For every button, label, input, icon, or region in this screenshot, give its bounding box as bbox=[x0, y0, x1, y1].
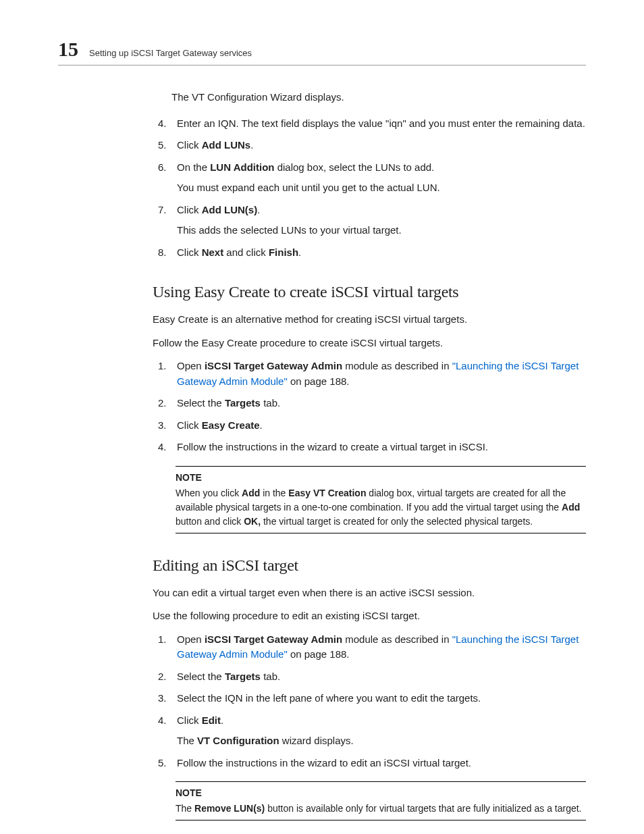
ui-label: Targets bbox=[225, 671, 261, 682]
step-num: 1. bbox=[158, 632, 177, 662]
step-text: module as described in bbox=[342, 633, 452, 645]
step-6: 6. On the LUN Addition dialog box, selec… bbox=[158, 160, 586, 196]
step-num: 7. bbox=[158, 203, 177, 238]
step-text: Enter an IQN. The text field displays th… bbox=[177, 118, 585, 129]
step-num: 5. bbox=[158, 756, 177, 771]
step-text: tab. bbox=[261, 671, 280, 682]
step-subtext: You must expand each unit until you get … bbox=[177, 180, 586, 196]
section2-p2: Use the following procedure to edit an e… bbox=[153, 608, 586, 624]
step-4: 4. Click Edit. The VT Configuration wiza… bbox=[158, 713, 586, 749]
step-text: Click bbox=[177, 246, 202, 258]
step-text: Open bbox=[177, 360, 205, 371]
intro-text: The VT Configuration Wizard displays. bbox=[171, 90, 586, 105]
step-num: 2. bbox=[158, 669, 177, 685]
step-text: Click bbox=[177, 714, 202, 726]
ui-label: Next bbox=[202, 246, 224, 258]
ui-label: Add bbox=[562, 502, 580, 513]
page-header: 15 Setting up iSCSI Target Gateway servi… bbox=[58, 38, 586, 66]
step-text: on page 188. bbox=[288, 648, 350, 660]
step-3: 3. Select the IQN in the left pane of wh… bbox=[158, 691, 586, 706]
ui-label: Easy VT Creation bbox=[288, 488, 366, 498]
step-text: . bbox=[298, 246, 301, 258]
ui-label: Add bbox=[242, 488, 260, 498]
step-num: 4. bbox=[158, 713, 177, 749]
note-block-2: NOTE The Remove LUN(s) button is availab… bbox=[176, 781, 586, 820]
ui-label: LUN Addition bbox=[210, 161, 274, 173]
step-2: 2. Select the Targets tab. bbox=[158, 669, 586, 685]
step-text: Select the bbox=[177, 397, 225, 409]
note-text: button is available only for virtual tar… bbox=[265, 803, 581, 814]
section-heading-easy-create: Using Easy Create to create iSCSI virtua… bbox=[153, 283, 586, 301]
section2-p1: You can edit a virtual target even when … bbox=[153, 585, 586, 601]
step-1: 1. Open iSCSI Target Gateway Admin modul… bbox=[158, 359, 586, 389]
ui-label: iSCSI Target Gateway Admin bbox=[205, 633, 342, 645]
step-num: 3. bbox=[158, 691, 177, 706]
section-heading-editing: Editing an iSCSI target bbox=[153, 556, 586, 575]
section2-steps: 1. Open iSCSI Target Gateway Admin modul… bbox=[158, 632, 586, 771]
ui-label: OK, bbox=[244, 516, 261, 527]
step-3: 3. Click Easy Create. bbox=[158, 418, 586, 434]
step-text: . bbox=[257, 204, 260, 215]
step-text: and click bbox=[223, 246, 269, 258]
step-text: dialog box, select the LUNs to add. bbox=[274, 161, 434, 173]
step-num: 8. bbox=[158, 245, 177, 261]
ui-label: Remove LUN(s) bbox=[194, 803, 265, 814]
step-text: . bbox=[221, 714, 223, 726]
step-7: 7. Click Add LUN(s). This adds the selec… bbox=[158, 203, 586, 238]
step-text: Click bbox=[177, 419, 202, 431]
note-text: button and click bbox=[176, 516, 244, 527]
header-title: Setting up iSCSI Target Gateway services bbox=[89, 48, 252, 58]
step-num: 2. bbox=[158, 396, 177, 411]
step-text: . bbox=[260, 419, 263, 431]
ui-label: iSCSI Target Gateway Admin bbox=[205, 360, 342, 371]
note-text: in the bbox=[260, 488, 288, 498]
step-subtext: This adds the selected LUNs to your virt… bbox=[177, 223, 586, 238]
step-text: Click bbox=[177, 204, 202, 215]
step-text: On the bbox=[177, 161, 210, 173]
note-label: NOTE bbox=[176, 786, 586, 800]
step-2: 2. Select the Targets tab. bbox=[158, 396, 586, 411]
top-steps: 4. Enter an IQN. The text field displays… bbox=[158, 116, 586, 261]
note-label: NOTE bbox=[176, 471, 586, 485]
step-subtext: wizard displays. bbox=[279, 735, 354, 746]
page: 15 Setting up iSCSI Target Gateway servi… bbox=[0, 0, 644, 834]
step-num: 1. bbox=[158, 359, 177, 389]
chapter-number: 15 bbox=[58, 38, 78, 61]
step-text: Follow the instructions in the wizard to… bbox=[177, 757, 471, 768]
note-block-1: NOTE When you click Add in the Easy VT C… bbox=[176, 466, 586, 533]
step-num: 4. bbox=[158, 440, 177, 455]
ui-label: Add LUN(s) bbox=[202, 204, 258, 215]
step-5: 5. Click Add LUNs. bbox=[158, 138, 586, 153]
step-text: Select the bbox=[177, 671, 225, 682]
step-num: 4. bbox=[158, 116, 177, 132]
ui-label: Edit bbox=[202, 714, 221, 726]
step-text: Follow the instructions in the wizard to… bbox=[177, 441, 488, 452]
step-text: Select the IQN in the left pane of where… bbox=[177, 692, 481, 704]
step-text: on page 188. bbox=[288, 375, 350, 387]
step-text: Open bbox=[177, 633, 205, 645]
note-text: the virtual target is created for only t… bbox=[261, 516, 533, 527]
step-8: 8. Click Next and click Finish. bbox=[158, 245, 586, 261]
ui-label: Finish bbox=[269, 246, 298, 258]
step-5: 5. Follow the instructions in the wizard… bbox=[158, 756, 586, 771]
ui-label: Add LUNs bbox=[202, 139, 251, 151]
note-text: The bbox=[176, 803, 194, 814]
step-subtext: The bbox=[177, 735, 197, 746]
step-4: 4. Enter an IQN. The text field displays… bbox=[158, 116, 586, 132]
ui-label: Easy Create bbox=[202, 419, 260, 431]
section1-p1: Easy Create is an alternative method for… bbox=[153, 312, 586, 328]
section1-p2: Follow the Easy Create procedure to crea… bbox=[153, 336, 586, 351]
ui-label: Targets bbox=[225, 397, 261, 409]
step-text: Click bbox=[177, 139, 202, 151]
step-num: 5. bbox=[158, 138, 177, 153]
step-1: 1. Open iSCSI Target Gateway Admin modul… bbox=[158, 632, 586, 662]
section1-steps: 1. Open iSCSI Target Gateway Admin modul… bbox=[158, 359, 586, 455]
ui-label: VT Configuration bbox=[197, 735, 279, 746]
note-text: When you click bbox=[176, 488, 242, 498]
step-num: 3. bbox=[158, 418, 177, 434]
step-text: module as described in bbox=[342, 360, 452, 371]
step-text: tab. bbox=[261, 397, 280, 409]
step-num: 6. bbox=[158, 160, 177, 196]
step-text: . bbox=[250, 139, 253, 151]
step-4: 4. Follow the instructions in the wizard… bbox=[158, 440, 586, 455]
